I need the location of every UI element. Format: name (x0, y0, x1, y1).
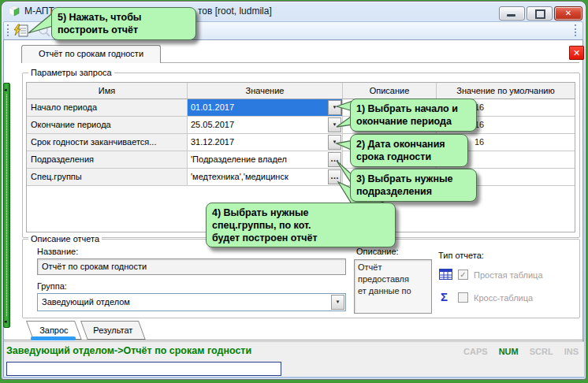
tab-strip-line (161, 62, 579, 63)
chevron-down-icon: ▼ (329, 136, 341, 149)
collapse-arrow-top-icon: ◂ (4, 87, 9, 92)
app-window: М-АПТ тов [root, ludmila] ✕ ◂ ◂ (0, 0, 588, 383)
callout-line: 3) Выбрать нужные (356, 173, 471, 185)
param-value: 'медтехника','медицинск (191, 172, 288, 181)
collapse-arrow-bottom-icon: ◂ (4, 318, 9, 324)
col-header-value: Значение (188, 83, 343, 99)
simple-table-label: Простая таблица (474, 270, 543, 280)
callout-line: 4) Выбрать нужные (212, 206, 389, 219)
dropdown-button[interactable]: ▼ (331, 295, 344, 310)
collapse-splitter[interactable]: ◂ ◂ (3, 83, 10, 328)
callout-line: 2) Дата окончания (356, 138, 462, 151)
report-type-label: Тип отчета: (438, 251, 484, 260)
col-header-description: Описание (343, 83, 437, 99)
report-legend: Описание отчета (28, 234, 102, 244)
param-name: Срок годности заканчивается... (27, 134, 188, 151)
callout-line: спец.группы, по кот. (212, 219, 389, 232)
param-value: 31.12.2017 (191, 137, 234, 147)
close-tab-button[interactable]: ✕ (569, 46, 584, 60)
close-icon: ✕ (565, 9, 571, 17)
report-desc-box: Отчёт предоставля ет данные по (354, 259, 432, 314)
param-value-cell[interactable]: 25.05.2017 ▼ (188, 117, 343, 134)
status-input-field[interactable] (6, 362, 281, 376)
indicator-scrl: SCRL (530, 347, 553, 356)
close-button[interactable]: ✕ (554, 6, 582, 20)
maximize-button[interactable] (527, 6, 553, 20)
dropdown-button[interactable]: ▼ (328, 117, 341, 132)
callout-line: 1) Выбрать начало и (356, 102, 471, 115)
active-tab-underline (31, 337, 76, 340)
ellipsis-button[interactable]: … (328, 169, 341, 184)
param-name: Окончание периода (27, 117, 188, 134)
dropdown-button[interactable]: ▼ (328, 135, 341, 150)
param-row: Срок годности заканчивается... 31.12.201… (27, 134, 575, 151)
col-header-default: Значение по умолчанию (437, 83, 575, 99)
report-desc-label: Описание: (356, 247, 399, 256)
param-row: Спец.группы 'медтехника','медицинск … (27, 169, 575, 186)
simple-table-checkbox: ✓ (458, 270, 468, 280)
ellipsis-button[interactable]: … (328, 152, 341, 167)
magnifier-icon (36, 24, 52, 38)
chevron-down-icon: ▼ (332, 296, 344, 309)
indicator-ins: INS (564, 347, 579, 356)
callout-line: будет построен отчёт (212, 232, 389, 244)
params-legend: Параметры запроса (28, 68, 114, 77)
param-value: 'Подразделение владел (191, 154, 287, 164)
report-group-combobox[interactable]: Заведующий отделом ▼ (37, 293, 346, 311)
tab-result-label: Результат (84, 322, 141, 339)
desc-line: Отчёт (358, 262, 428, 273)
status-path: Заведующий отделом->Отчёт по срокам годн… (6, 345, 251, 356)
ellipsis-icon: … (329, 170, 341, 181)
build-report-icon (13, 24, 29, 38)
callout-line: срока годности (356, 151, 462, 163)
param-value-cell[interactable]: 'медтехника','медицинск … (188, 169, 343, 186)
bottom-tab-strip-line (4, 340, 584, 340)
callout-2: 2) Дата окончания срока годности (350, 134, 468, 167)
grid-header-row: Имя Значение Описание Значение по умолча… (27, 83, 575, 99)
callout-line: окончание периода (356, 115, 471, 128)
indicator-caps: CAPS (463, 347, 488, 356)
param-value: 25.05.2017 (191, 120, 234, 129)
report-group-value: Заведующий отделом (42, 297, 130, 307)
splitter-dots (6, 95, 7, 316)
callout-line: подразделения (356, 185, 471, 198)
minimize-icon (507, 14, 515, 17)
ellipsis-icon: … (329, 153, 341, 164)
callout-3: 3) Выбрать нужные подразделения (350, 169, 477, 202)
cross-table-label: Кросс-таблица (474, 293, 533, 303)
param-name: Подразделения (27, 151, 188, 169)
toolbar-grip (7, 24, 11, 36)
indicator-num: NUM (499, 347, 519, 356)
param-name: Спец.группы (27, 169, 188, 186)
param-row: Подразделения 'Подразделение владел … (27, 151, 575, 169)
param-value-cell[interactable]: 31.12.2017 ▼ (188, 134, 343, 151)
callout-line: построить отчёт (58, 24, 190, 36)
check-icon: ✓ (460, 270, 466, 279)
param-name: Начало периода (27, 99, 188, 117)
dropdown-button[interactable]: ▼ (328, 100, 341, 115)
build-report-button[interactable] (13, 23, 33, 39)
param-value: 01.01.2017 (191, 102, 234, 112)
param-value-cell[interactable]: 'Подразделение владел … (188, 151, 343, 169)
callout-4: 4) Выбрать нужные спец.группы, по кот. б… (206, 203, 396, 247)
cross-table-checkbox (458, 292, 468, 303)
report-name-label: Название: (37, 247, 78, 256)
tab-report[interactable]: Отчёт по срокам годности (21, 45, 161, 63)
keyboard-indicators: CAPS NUM SCRL INS (463, 347, 579, 356)
maximize-icon (535, 9, 545, 19)
param-row: Окончание периода 25.05.2017 ▼ 16 (27, 117, 575, 134)
col-header-name: Имя (27, 83, 188, 99)
callout-1: 1) Выбрать начало и окончание периода (350, 99, 477, 132)
minimize-button[interactable] (499, 6, 525, 20)
window-title-left: М-АПТ (24, 6, 54, 17)
report-name-field[interactable]: Отчёт по срокам годности (37, 258, 346, 275)
chevron-down-icon: ▼ (329, 118, 341, 132)
toolbar-grip-right (575, 24, 579, 36)
desc-line: ет данные по (358, 285, 428, 297)
window-title-right: тов [root, ludmila] (198, 6, 272, 17)
param-value-cell[interactable]: 01.01.2017 ▼ (188, 99, 343, 117)
callout-line: 5) Нажать, чтобы (58, 11, 190, 24)
tab-result[interactable]: Результат (80, 321, 146, 340)
table-icon (439, 269, 452, 280)
report-group-label: Группа: (37, 281, 67, 291)
